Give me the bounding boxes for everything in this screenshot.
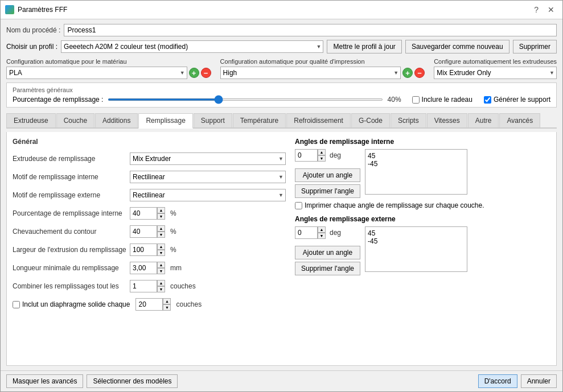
pourcentage-interne-input[interactable]	[130, 207, 157, 220]
angles-externe-item-45[interactable]: 45	[368, 229, 465, 237]
materiau-controls: PLA ABS PETG ▼ + −	[6, 67, 211, 79]
tab-additions[interactable]: Additions	[95, 113, 138, 127]
diaphragme-up[interactable]: ▲	[163, 298, 171, 304]
angles-interne-deg-down[interactable]: ▼	[318, 155, 326, 162]
motif-externe-select[interactable]: Rectilinear Grid	[130, 189, 286, 201]
chevauchement-up[interactable]: ▲	[157, 225, 165, 232]
extrudeuses-select[interactable]: Mix Extruder Only Left Extruder Only Rig…	[434, 67, 557, 79]
sauvegarder-button[interactable]: Sauvegarder comme nouveau	[405, 40, 509, 53]
tab-avances[interactable]: Avancés	[499, 113, 540, 127]
angles-externe-deg-down[interactable]: ▼	[318, 233, 326, 239]
pourcentage-interne-up[interactable]: ▲	[157, 207, 165, 213]
selectionner-modeles-button[interactable]: Sélectionner des modèles	[87, 374, 178, 388]
qualite-remove-button[interactable]: −	[414, 68, 425, 78]
remplissage-label: Pourcentage de remplissage :	[13, 96, 103, 104]
longueur-row: Longueur minimale du remplissage ▲ ▼ mm	[13, 262, 286, 274]
chevauchement-down[interactable]: ▼	[157, 232, 165, 238]
tab-remplissage[interactable]: Remplissage	[138, 113, 192, 129]
chevauchement-spinbox: ▲ ▼	[130, 225, 165, 238]
mettre-a-jour-button[interactable]: Mettre le profil à jour	[327, 40, 401, 53]
print-each-label: Imprimer chaque angle de remplissage sur…	[305, 201, 484, 209]
largeur-row: Largeur de l'extrusion du remplissage ▲ …	[13, 244, 286, 256]
chevauchement-arrows: ▲ ▼	[157, 225, 165, 238]
tab-temperature[interactable]: Température	[233, 113, 286, 127]
tab-support[interactable]: Support	[194, 113, 232, 127]
combiner-up[interactable]: ▲	[157, 280, 165, 286]
tab-scripts[interactable]: Scripts	[391, 113, 426, 127]
diaphragme-down[interactable]: ▼	[163, 304, 171, 311]
annuler-button[interactable]: Annuler	[521, 374, 557, 388]
motif-externe-select-wrapper: Rectilinear Grid ▼	[130, 189, 286, 201]
profil-label: Choisir un profil :	[6, 43, 57, 51]
chevauchement-input[interactable]	[130, 225, 157, 238]
angles-externe-title: Angles de remplissage externe	[295, 215, 550, 223]
chevauchement-label: Chevauchement du contour	[13, 228, 126, 236]
diaphragme-checkbox[interactable]	[13, 301, 20, 308]
largeur-down[interactable]: ▼	[157, 250, 165, 256]
window-title: Paramètres FFF	[18, 6, 67, 14]
combiner-row: Combiner les remplissages tout les ▲ ▼ c…	[13, 280, 286, 292]
diaphragme-input[interactable]	[135, 298, 163, 311]
angles-interne-item-45[interactable]: 45	[368, 152, 465, 160]
combiner-down[interactable]: ▼	[157, 286, 165, 292]
nom-input[interactable]	[64, 24, 557, 36]
combiner-input[interactable]	[130, 280, 157, 292]
tab-vitesses[interactable]: Vitesses	[427, 113, 467, 127]
extrudeuses-label: Configure automatiquement les extrudeuse…	[434, 58, 557, 65]
pourcentage-interne-down[interactable]: ▼	[157, 213, 165, 220]
angles-interne-deg-up[interactable]: ▲	[318, 149, 326, 155]
angles-externe-supprimer-button[interactable]: Supprimer l'angle	[295, 262, 360, 275]
largeur-up[interactable]: ▲	[157, 244, 165, 250]
params-title: Paramètres généraux	[13, 86, 550, 93]
motif-interne-select[interactable]: Rectilinear Grid Triangles	[130, 171, 286, 183]
angles-interne-left: ▲ ▼ deg Ajouter un angle Supprimer l'ang…	[295, 149, 360, 198]
tab-extrudeuse[interactable]: Extrudeuse	[6, 113, 56, 127]
tab-gcode[interactable]: G-Code	[351, 113, 390, 127]
materiau-select[interactable]: PLA ABS PETG	[6, 67, 187, 79]
combiner-arrows: ▲ ▼	[157, 280, 165, 292]
print-each-checkbox[interactable]	[295, 202, 302, 209]
angles-interne-ajouter-button[interactable]: Ajouter un angle	[295, 168, 360, 182]
tab-autre[interactable]: Autre	[468, 113, 499, 127]
extrudeuses-select-wrapper: Mix Extruder Only Left Extruder Only Rig…	[434, 67, 557, 79]
longueur-up[interactable]: ▲	[157, 262, 165, 268]
materiau-remove-button[interactable]: −	[201, 68, 211, 78]
tab-refroidissement[interactable]: Refroidissement	[286, 113, 351, 127]
masquer-avances-button[interactable]: Masquer les avancés	[6, 374, 83, 388]
radeau-checkbox[interactable]	[412, 96, 420, 104]
support-checkbox[interactable]	[484, 96, 491, 104]
chevauchement-unit: %	[170, 228, 176, 236]
remplissage-slider[interactable]	[108, 98, 383, 101]
supprimer-button[interactable]: Supprimer	[513, 40, 557, 53]
diaphragme-row: Inclut un diaphragme solide chaque ▲ ▼ c…	[13, 298, 286, 311]
remplissage-value: 40%	[388, 96, 408, 104]
angles-externe-deg-arrows: ▲ ▼	[318, 226, 326, 239]
bottom-left-buttons: Masquer les avancés Sélectionner des mod…	[6, 374, 178, 388]
titlebar-buttons: ? ✕	[531, 4, 558, 15]
largeur-input[interactable]	[130, 244, 157, 256]
angles-externe-deg-up[interactable]: ▲	[318, 226, 326, 233]
close-button[interactable]: ✕	[544, 4, 558, 15]
help-button[interactable]: ?	[531, 4, 542, 15]
angles-externe-item-neg45[interactable]: -45	[368, 237, 465, 245]
motif-externe-row: Motif de remplissage externe Rectilinear…	[13, 189, 286, 201]
angles-externe-ajouter-button[interactable]: Ajouter un angle	[295, 246, 360, 259]
accord-button[interactable]: D'accord	[478, 374, 517, 388]
angles-externe-deg-input[interactable]	[295, 226, 318, 239]
qualite-select[interactable]: Low Medium High Ultra	[220, 67, 401, 79]
profil-select[interactable]: Geeetech A20M 2 couleur test (modified)	[61, 40, 323, 53]
motif-interne-label: Motif de remplissage interne	[13, 173, 126, 181]
longueur-input[interactable]	[130, 262, 157, 274]
longueur-down[interactable]: ▼	[157, 268, 165, 274]
materiau-add-button[interactable]: +	[189, 68, 199, 78]
tab-couche[interactable]: Couche	[56, 113, 94, 127]
longueur-arrows: ▲ ▼	[157, 262, 165, 274]
angles-interne-deg-arrows: ▲ ▼	[318, 149, 326, 162]
qualite-add-button[interactable]: +	[402, 68, 413, 78]
angles-interne-deg-input[interactable]	[295, 149, 318, 162]
angles-interne-item-neg45[interactable]: -45	[368, 160, 465, 168]
print-each-checkbox-label: Imprimer chaque angle de remplissage sur…	[295, 201, 484, 209]
angles-interne-supprimer-button[interactable]: Supprimer l'angle	[295, 184, 360, 198]
extrudeuse-select[interactable]: Mix Extruder Left Extruder Right Extrude…	[130, 152, 286, 165]
general-title: Général	[13, 138, 286, 146]
